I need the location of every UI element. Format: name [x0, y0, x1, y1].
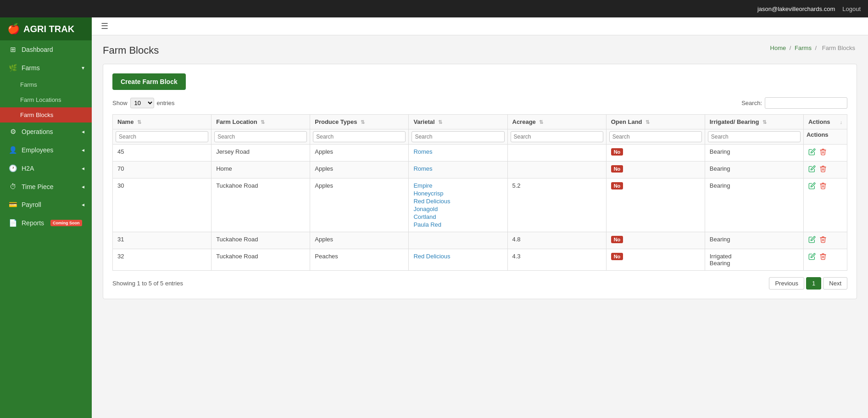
varietal-link[interactable]: Paula Red: [413, 221, 502, 228]
edit-button[interactable]: [808, 236, 816, 245]
search-cell-acreage: [507, 129, 606, 145]
actions-cell-label: Actions: [807, 131, 829, 138]
sidebar-item-label: Operations: [22, 128, 53, 135]
sidebar-item-payroll[interactable]: 💳 Payroll ◂: [0, 195, 92, 214]
delete-button[interactable]: [819, 253, 827, 262]
main-header-bar: ☰: [92, 17, 868, 35]
cell-open-land: No: [606, 249, 705, 271]
sidebar-item-dashboard[interactable]: ⊞ Dashboard: [0, 40, 92, 59]
sort-icon[interactable]: ⇅: [261, 119, 265, 125]
entries-label: entries: [157, 100, 175, 106]
next-button[interactable]: Next: [823, 277, 847, 290]
cell-name: 70: [113, 162, 211, 178]
cell-farm-location: Jersey Road: [211, 145, 310, 162]
pagination-controls: Previous 1 Next: [769, 277, 847, 290]
search-open-land-input[interactable]: [609, 131, 702, 142]
sidebar-item-employees[interactable]: 👤 Employees ◂: [0, 141, 92, 159]
search-acreage-input[interactable]: [511, 131, 603, 142]
sidebar-item-reports[interactable]: 📄 Reports Coming Soon: [0, 214, 92, 232]
col-actions-label: Actions: [808, 118, 830, 125]
sidebar-item-label: Farms: [22, 64, 40, 72]
col-header-varietal: Varietal ⇅: [409, 115, 507, 129]
sort-icon[interactable]: ⇅: [762, 119, 767, 125]
varietal-link[interactable]: Red Delicious: [413, 253, 502, 260]
col-name-label: Name: [117, 118, 134, 125]
col-open-land-label: Open Land: [611, 118, 642, 125]
col-farm-location-label: Farm Location: [216, 118, 257, 125]
edit-button[interactable]: [808, 148, 816, 157]
sort-icon[interactable]: ⇅: [137, 119, 141, 125]
sidebar-item-farm-blocks[interactable]: Farm Blocks: [0, 107, 92, 123]
dashboard-icon: ⊞: [9, 45, 17, 54]
page-title-row: Farm Blocks Home / Farms / Farm Blocks: [103, 45, 857, 56]
edit-button[interactable]: [808, 165, 816, 174]
page-1-button[interactable]: 1: [806, 277, 821, 290]
cell-varietal: EmpireHoneycrispRed DeliciousJonagoldCor…: [409, 178, 507, 232]
varietal-link[interactable]: Honeycrisp: [413, 190, 502, 197]
varietal-link[interactable]: Romes: [413, 165, 502, 172]
hamburger-icon[interactable]: ☰: [101, 21, 108, 31]
previous-button[interactable]: Previous: [769, 277, 804, 290]
col-header-farm-location: Farm Location ⇅: [211, 115, 310, 129]
col-irrigated-bearing-label: Irrigated/ Bearing: [710, 118, 759, 125]
search-input[interactable]: [765, 97, 847, 109]
varietal-link[interactable]: Red Delicious: [413, 198, 502, 205]
sidebar-item-label: H2A: [22, 165, 34, 172]
varietal-link[interactable]: Jonagold: [413, 206, 502, 212]
sidebar-item-timepiece[interactable]: ⏱ Time Piece ◂: [0, 178, 92, 195]
sort-icon[interactable]: ⇅: [539, 119, 543, 125]
sidebar-item-h2a[interactable]: 🕐 H2A ◂: [0, 159, 92, 178]
sidebar-item-farms[interactable]: 🌿 Farms ▾: [0, 59, 92, 77]
cell-actions: [803, 232, 847, 249]
cell-produce-types: Apples: [310, 162, 409, 178]
col-acreage-label: Acreage: [512, 118, 536, 125]
search-produce-types-input[interactable]: [313, 131, 406, 142]
create-farm-block-button[interactable]: Create Farm Block: [112, 73, 186, 90]
col-header-name: Name ⇅: [113, 115, 211, 129]
reports-icon: 📄: [9, 219, 17, 227]
delete-button[interactable]: [819, 148, 827, 157]
sort-icon[interactable]: ↓: [840, 119, 843, 125]
search-farm-location-input[interactable]: [214, 131, 307, 142]
entries-select[interactable]: 10 25 50 100: [130, 98, 154, 108]
logout-link[interactable]: Logout: [842, 6, 861, 12]
breadcrumb-home[interactable]: Home: [770, 45, 786, 51]
varietal-link[interactable]: Romes: [413, 148, 502, 155]
open-land-no-badge: No: [611, 165, 623, 173]
content-area: Farm Blocks Home / Farms / Farm Blocks C…: [92, 35, 868, 418]
user-email: jason@lakevilleorchards.com: [757, 6, 835, 12]
delete-button[interactable]: [819, 182, 827, 191]
open-land-no-badge: No: [611, 253, 623, 260]
farm-blocks-table: Name ⇅ Farm Location ⇅ Produce Types ⇅: [112, 114, 847, 271]
varietal-link[interactable]: Cortland: [413, 213, 502, 220]
search-name-input[interactable]: [116, 131, 208, 142]
sort-icon[interactable]: ⇅: [645, 119, 650, 125]
cell-open-land: No: [606, 178, 705, 232]
delete-button[interactable]: [819, 236, 827, 245]
cell-name: 30: [113, 178, 211, 232]
col-header-acreage: Acreage ⇅: [507, 115, 606, 129]
table-row: 70HomeApplesRomesNoBearing: [113, 162, 847, 178]
search-varietal-input[interactable]: [412, 131, 504, 142]
cell-irrigated-bearing: Bearing: [705, 178, 803, 232]
logo-text: AGRI TRAK: [23, 24, 74, 34]
sort-icon[interactable]: ⇅: [438, 119, 442, 125]
sidebar-sub-label: Farm Blocks: [20, 111, 53, 118]
sidebar-item-farms-sub[interactable]: Farms: [0, 77, 92, 92]
sidebar-item-operations[interactable]: ⚙ Operations ◂: [0, 123, 92, 141]
cell-actions: [803, 249, 847, 271]
table-search-control: Search:: [741, 97, 847, 109]
col-header-irrigated-bearing: Irrigated/ Bearing ⇅: [705, 115, 803, 129]
search-cell-farm-location: [211, 129, 310, 145]
chevron-left-icon: ◂: [82, 184, 84, 190]
delete-button[interactable]: [819, 165, 827, 174]
varietal-link[interactable]: Empire: [413, 182, 502, 189]
breadcrumb-farms[interactable]: Farms: [795, 45, 812, 51]
edit-button[interactable]: [808, 253, 816, 262]
search-irrigated-bearing-input[interactable]: [708, 131, 801, 142]
cell-varietal: Romes: [409, 145, 507, 162]
sort-icon[interactable]: ⇅: [361, 119, 365, 125]
edit-button[interactable]: [808, 182, 816, 191]
sidebar-logo: 🍎 AGRI TRAK: [0, 17, 92, 40]
sidebar-item-farm-locations[interactable]: Farm Locations: [0, 92, 92, 107]
